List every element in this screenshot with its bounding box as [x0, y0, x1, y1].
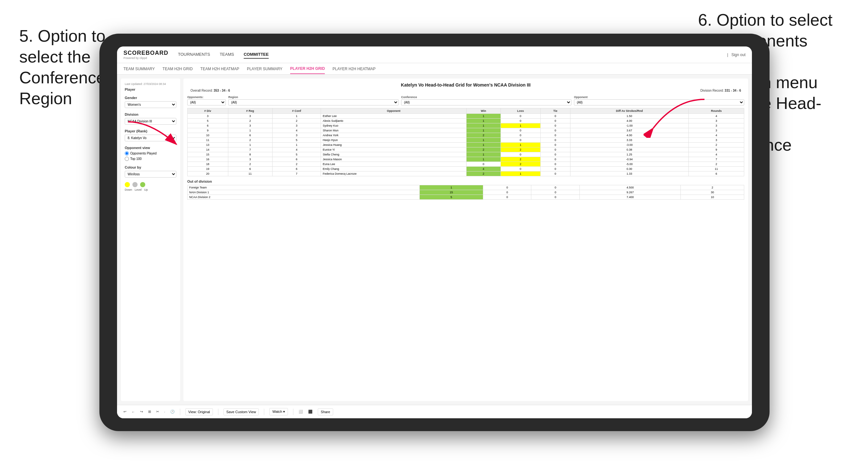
top100-option[interactable]: Top 100 — [125, 157, 176, 161]
cell-reg: 3 — [228, 123, 272, 128]
arrow-right — [644, 96, 708, 138]
top100-label: Top 100 — [130, 157, 142, 161]
table-row: 11 2 5 Heejo Hyun 1 0 0 3.33 3 — [188, 138, 744, 143]
view-original-btn[interactable]: View: Original — [185, 408, 213, 415]
nav-teams[interactable]: TEAMS — [220, 51, 234, 59]
cell-conf: 1 — [272, 143, 321, 148]
cell-div: 19 — [188, 167, 228, 172]
gender-select[interactable]: Women's — [125, 101, 176, 108]
cell-rounds: 2 — [688, 162, 744, 167]
sidebar-player-label: Player — [125, 88, 176, 91]
out-cell-loss: 0 — [483, 190, 531, 195]
filter-opponents-label: Opponents: — [187, 95, 226, 99]
logo-sub: Powered by clippd — [123, 56, 168, 60]
cell-conf: 2 — [272, 162, 321, 167]
cell-conf: 5 — [272, 138, 321, 143]
filter-conference-label: Conference — [401, 95, 571, 99]
cell-reg: 7 — [228, 148, 272, 152]
cell-reg: 3 — [228, 157, 272, 162]
cell-loss: 2 — [500, 162, 540, 167]
cell-name: Sharon Mun — [321, 128, 466, 133]
sub-nav-team-h2h-heatmap[interactable]: TEAM H2H HEATMAP — [200, 64, 239, 74]
filter-opponents-select[interactable]: (All) — [187, 99, 226, 105]
cell-win: 1 — [466, 123, 500, 128]
annotation-left-text2: select the — [19, 48, 91, 66]
save-custom-view-btn[interactable]: Save Custom View — [223, 408, 259, 415]
col-win: Win — [466, 108, 500, 114]
cell-reg: 1 — [228, 128, 272, 133]
watch-btn[interactable]: Watch ▾ — [269, 408, 288, 415]
arrow-left — [125, 119, 183, 157]
sidebar-colour-by-label: Colour by — [125, 165, 176, 169]
cell-reg: 2 — [228, 162, 272, 167]
cell-conf: 5 — [272, 152, 321, 157]
toolbar-fill[interactable]: ⬛ — [308, 410, 313, 414]
cell-div: 15 — [188, 152, 228, 157]
cell-conf: 2 — [272, 119, 321, 123]
annotation-left-text4: Region — [19, 89, 72, 108]
cell-loss: 1 — [500, 123, 540, 128]
out-cell-diff: 9.267 — [580, 190, 681, 195]
top100-radio[interactable] — [125, 157, 129, 161]
cell-rounds: 7 — [688, 157, 744, 162]
toolbar-grid[interactable]: ⊞ — [148, 410, 151, 414]
cell-rounds: 3 — [688, 138, 744, 143]
overall-record-value: 353 - 34 - 6 — [214, 89, 230, 92]
share-btn[interactable]: Share — [318, 408, 333, 415]
cell-win: 2 — [466, 172, 500, 176]
cell-diff: 3.33 — [570, 138, 688, 143]
cell-rounds: 6 — [688, 172, 744, 176]
sub-nav-player-summary[interactable]: PLAYER SUMMARY — [247, 64, 282, 74]
filter-conference-select[interactable]: (All) — [401, 99, 571, 105]
table-row: 20 11 7 Federica Domecq Lacroze 2 1 0 1.… — [188, 172, 744, 176]
cell-win: 1 — [466, 152, 500, 157]
col-div: # Div — [188, 108, 228, 114]
cell-loss: 0 — [500, 119, 540, 123]
cell-name: Eunice Yi — [321, 148, 466, 152]
toolbar-cut[interactable]: ✂ — [156, 410, 159, 414]
filter-region-select[interactable]: (All) — [228, 99, 399, 105]
cell-conf: 4 — [272, 128, 321, 133]
out-table-row: Foreign Team 1 0 0 4.500 2 — [188, 185, 744, 190]
division-record-label: Division Record: — [700, 89, 724, 92]
out-cell-win: 15 — [420, 190, 483, 195]
toolbar-clock[interactable]: 🕐 — [170, 410, 175, 414]
toolbar-back[interactable]: ← — [131, 410, 135, 414]
cell-win: 0 — [466, 162, 500, 167]
out-cell-win: 5 — [420, 195, 483, 200]
toolbar-sep4 — [293, 409, 293, 415]
out-cell-rounds: 10 — [681, 195, 744, 200]
filter-conference-col: Conference (All) — [401, 95, 571, 105]
sub-nav-player-h2h-grid[interactable]: PLAYER H2H GRID — [290, 64, 325, 74]
col-reg: # Reg — [228, 108, 272, 114]
cell-name: Euna Lee — [321, 162, 466, 167]
nav-committee[interactable]: COMMITTEE — [244, 51, 269, 59]
cell-diff: -0.94 — [570, 157, 688, 162]
toolbar-redo[interactable]: ↪ — [140, 410, 143, 414]
cell-reg: 3 — [228, 114, 272, 119]
cell-div: 13 — [188, 143, 228, 148]
color-legend — [125, 182, 176, 187]
cell-conf: 3 — [272, 133, 321, 138]
cell-div: 11 — [188, 138, 228, 143]
annotation-left-text: 5. Option to — [19, 27, 105, 45]
nav-tournaments[interactable]: TOURNAMENTS — [178, 51, 210, 59]
out-cell-tie: 0 — [531, 190, 580, 195]
cell-loss: 1 — [500, 143, 540, 148]
toolbar-frame[interactable]: ⬜ — [299, 410, 303, 414]
cell-name: Federica Domecq Lacroze — [321, 172, 466, 176]
toolbar-undo[interactable]: ↩ — [123, 410, 126, 414]
out-cell-rounds: 30 — [681, 190, 744, 195]
sidebar-gender-label: Gender — [125, 96, 176, 100]
colour-by-select[interactable]: Win/loss — [125, 171, 176, 178]
pipe-separator: | — [727, 53, 728, 57]
sub-nav-team-h2h-grid[interactable]: TEAM H2H GRID — [162, 64, 193, 74]
cell-rounds: 11 — [688, 167, 744, 172]
sign-out-link[interactable]: Sign out — [732, 53, 745, 57]
cell-div: 18 — [188, 162, 228, 167]
out-cell-win: 1 — [420, 185, 483, 190]
sub-nav-team-summary[interactable]: TEAM SUMMARY — [123, 64, 155, 74]
cell-tie: 0 — [540, 143, 570, 148]
sub-nav-player-h2h-heatmap[interactable]: PLAYER H2H HEATMAP — [333, 64, 375, 74]
color-up — [140, 182, 145, 187]
